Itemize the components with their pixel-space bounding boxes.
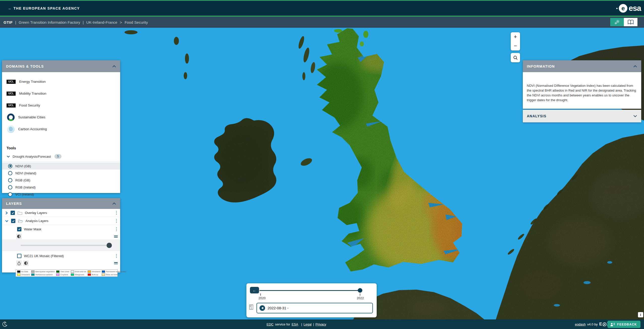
overlay-layers-checkbox[interactable]	[11, 211, 15, 215]
privacy-link[interactable]: Privacy	[315, 322, 326, 326]
date-input[interactable]: 2022-08-31 -	[256, 303, 373, 313]
radio-option-ndvi-ireland[interactable]: NDVI (Ireland)	[2, 170, 120, 177]
domain-item-energy-transition[interactable]: UCL Energy Transition	[2, 76, 120, 88]
legend-item: Snow and ice	[71, 270, 86, 273]
tools-heading: Tools	[7, 146, 120, 150]
timeline-card: ← 2020 2022 2022-08-31 -	[246, 283, 377, 317]
documentation-button[interactable]	[624, 18, 637, 26]
zoom-in-button[interactable]: +	[511, 32, 520, 41]
legend-item: Permanent water bodies	[102, 270, 126, 273]
domain-item-food-security[interactable]: UCL Food Security	[2, 99, 120, 111]
legend-item: Mangroves	[71, 273, 86, 276]
magnifier-icon	[513, 55, 518, 60]
feedback-button[interactable]: FEEDBACK	[607, 321, 640, 328]
kebab-menu-icon[interactable]	[115, 210, 118, 215]
panel-title: LAYERS	[6, 202, 22, 206]
analysis-panel-header[interactable]: ANALYSIS	[523, 110, 641, 122]
region-link[interactable]: UK-Ireland-France	[86, 20, 117, 24]
timeline-handle[interactable]	[358, 288, 362, 293]
legend-item: Tree cover	[56, 270, 69, 273]
esa-agency-link[interactable]: →THE EUROPEAN SPACE AGENCY	[8, 6, 80, 10]
legend-swatch	[31, 273, 35, 276]
tool-group-drought-analysis[interactable]: Drought Analysis/Forecast 5	[7, 154, 120, 159]
radio-option-rgb-ireland[interactable]: RGB (Ireland)	[2, 184, 120, 191]
dark-mode-toggle[interactable]	[2, 321, 8, 328]
legend-item: Grassland	[17, 273, 30, 276]
opacity-icon[interactable]	[23, 260, 29, 266]
domain-item-mobility-transition[interactable]: UCL Mobility Transition	[2, 88, 120, 99]
opacity-slider[interactable]	[21, 245, 111, 246]
panel-title: INFORMATION	[527, 64, 555, 68]
drag-handle-icon[interactable]	[114, 262, 118, 264]
drag-handle-icon[interactable]	[114, 235, 118, 237]
legend-item: No Data	[17, 270, 30, 273]
feedback-label: FEEDBACK	[617, 323, 637, 326]
esa-logo-word: esa	[629, 4, 641, 13]
chevron-right-icon[interactable]	[5, 211, 8, 215]
legend-item: Shrubland	[88, 270, 100, 273]
domain-item-carbon-accounting[interactable]: Carbon Accounting	[2, 123, 120, 135]
water-mask-opacity-row	[2, 240, 120, 251]
information-panel-header[interactable]: INFORMATION	[523, 60, 641, 72]
legend-swatch	[71, 270, 74, 273]
layer-water-mask[interactable]: Water Mask	[2, 225, 120, 233]
wc21-checkbox[interactable]	[17, 254, 21, 258]
footer-links: EDC service for ESA | Legal | Privacy	[267, 319, 326, 329]
layer-group-analysis[interactable]: Analysis Layers	[2, 217, 120, 225]
radio-option-rgb-gb[interactable]: RGB (GB)	[2, 177, 120, 184]
kebab-menu-icon[interactable]	[115, 227, 118, 232]
layer-wc21-mosaic[interactable]: WC21 UK Mosaic (Filtered)	[2, 252, 120, 260]
map-attribution-button[interactable]: i	[638, 312, 643, 317]
gears-icon	[614, 19, 620, 25]
radio-option-vci-ireland[interactable]: VCI (Ireland)	[2, 191, 120, 198]
chevron-down-icon[interactable]	[5, 220, 9, 223]
radio-option-ndvi-gb[interactable]: NDVI (GB)	[2, 162, 120, 170]
gtif-brand-link[interactable]: GTIF	[4, 20, 13, 24]
map-canvas[interactable]: + − i DOMAINS & TOOLS UCL Energy Transit…	[0, 28, 644, 319]
tools-toggle-button[interactable]	[610, 18, 624, 26]
opacity-slider-knob[interactable]	[107, 243, 112, 248]
legal-link[interactable]: Legal	[304, 322, 312, 326]
radio-icon	[8, 178, 12, 182]
map-search-button[interactable]	[511, 53, 520, 62]
timeline-track[interactable]	[260, 290, 360, 291]
kebab-menu-icon[interactable]	[115, 253, 118, 259]
journal-icon[interactable]	[248, 304, 254, 310]
layers-panel-header[interactable]: LAYERS	[2, 198, 120, 209]
chevron-down-icon	[633, 115, 637, 117]
timeline-back-button[interactable]: ←	[250, 287, 259, 293]
timeline-tick	[360, 293, 360, 296]
water-mask-checkbox[interactable]	[17, 227, 21, 231]
eodash-link[interactable]: eodash	[575, 322, 586, 326]
app-title-link[interactable]: Green Transition Information Factory	[19, 20, 80, 24]
previous-date-button[interactable]	[260, 305, 265, 311]
person-sound-icon	[610, 322, 615, 326]
droplet-icon[interactable]	[16, 260, 22, 266]
opacity-icon[interactable]	[16, 234, 22, 239]
ucl-logo: UCL	[7, 92, 16, 96]
breadcrumb-chevron: >	[120, 20, 122, 24]
page-link[interactable]: Food Security	[124, 20, 148, 24]
esa-logo[interactable]: e esa	[616, 4, 641, 13]
open-book-icon	[627, 19, 634, 25]
version-text: v4.0 by	[587, 322, 598, 326]
folder-open-icon	[18, 219, 23, 223]
kebab-menu-icon[interactable]	[115, 218, 118, 224]
esa-link[interactable]: ESA	[292, 322, 298, 326]
domains-panel-header[interactable]: DOMAINS & TOOLS	[2, 60, 120, 72]
ring-logo	[7, 114, 15, 121]
zoom-out-button[interactable]: −	[511, 41, 520, 50]
domain-item-sustainable-cities[interactable]: Sustainable Cities	[2, 111, 120, 123]
legend-item: Herbaceous wetland	[31, 273, 55, 276]
legend-swatch	[56, 273, 59, 276]
legend-item: Cropland	[56, 273, 69, 276]
divider	[2, 161, 120, 161]
wc21-style-row	[2, 260, 120, 266]
analysis-layers-checkbox[interactable]	[11, 219, 15, 223]
chevron-up-icon	[633, 65, 637, 68]
esa-top-bar: →THE EUROPEAN SPACE AGENCY e esa	[0, 0, 644, 17]
information-panel: INFORMATION NDVI (Normalised DIfference …	[523, 60, 641, 109]
edc-link[interactable]: EDC	[267, 322, 273, 326]
layer-group-overlay[interactable]: Overlay Layers	[2, 209, 120, 217]
esa-logo-disc: e	[619, 4, 627, 13]
